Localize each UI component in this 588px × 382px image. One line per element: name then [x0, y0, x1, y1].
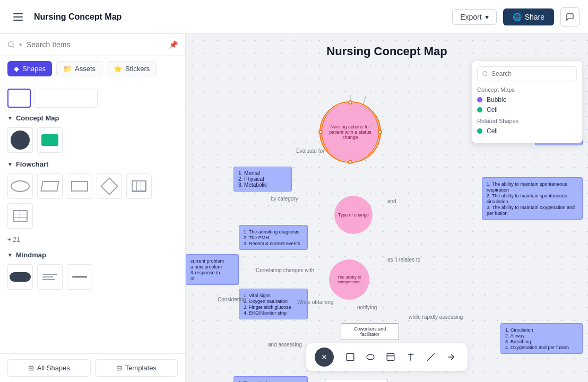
- svg-point-3: [8, 42, 13, 47]
- label-considering: Considering: [218, 297, 246, 302]
- toolbar-rect-tool[interactable]: [342, 349, 358, 365]
- section-concept-map[interactable]: ▼ Concept Map: [7, 114, 178, 122]
- label-evaluate-for: Evaluate for: [296, 148, 324, 154]
- toolbar-line-tool[interactable]: [423, 349, 439, 365]
- header: Nursing Concept Map Export ▾ 🌐 Share: [0, 0, 588, 34]
- comment-button[interactable]: [560, 7, 580, 27]
- node-report[interactable]: A report for the physician: [325, 379, 387, 382]
- shape-bubble[interactable]: [7, 127, 33, 153]
- svg-line-14: [427, 353, 435, 361]
- popup-search-area: [477, 66, 577, 81]
- tab-assets[interactable]: 📁 Assets: [56, 61, 102, 76]
- all-shapes-icon: ⊞: [28, 364, 34, 372]
- node-circulation[interactable]: 1. Circulation 2. Airway 3. Breathing 4.…: [500, 323, 583, 354]
- popup-search-input[interactable]: [491, 70, 572, 77]
- shape-cell[interactable]: [37, 127, 63, 153]
- sidebar-search-area: ▾ 📌: [0, 34, 185, 56]
- label-notifying: notifying: [357, 305, 377, 310]
- toolbar-close-button[interactable]: ×: [315, 348, 334, 367]
- canvas-area: Nursing Concept Map Nursing actions for …: [186, 34, 588, 382]
- node-main-action[interactable]: Nursing actions for patient with a statu…: [321, 103, 379, 161]
- sidebar: ▾ 📌 ◆ Shapes 📁 Assets ⭐ Stickers: [0, 34, 186, 382]
- flowchart-shapes: [7, 173, 178, 229]
- related-shapes-label: Related Shapes: [477, 118, 577, 124]
- templates-button[interactable]: ⊟ Templates: [95, 359, 178, 377]
- svg-rect-8: [347, 353, 354, 361]
- toolbar-note-tool[interactable]: [383, 349, 399, 365]
- toolbar-arrow-tool[interactable]: [443, 349, 459, 365]
- popup-item-cell-related[interactable]: Cell: [477, 127, 577, 135]
- sidebar-tabs: ◆ Shapes 📁 Assets ⭐ Stickers: [0, 56, 185, 82]
- node-ability[interactable]: The ability to compensate: [329, 259, 369, 300]
- svg-rect-0: [13, 13, 23, 14]
- canvas-search-popup: Concept Maps Bubble Cell Related Shapes …: [471, 60, 583, 143]
- shape-selector-right[interactable]: [34, 89, 98, 108]
- node-coworkers[interactable]: Coworkers and facilitator: [341, 323, 399, 340]
- node-patient-list[interactable]: 1. The patient 2. Laboratory result 3. D…: [234, 376, 308, 382]
- shape-diamond[interactable]: [97, 173, 122, 199]
- search-input[interactable]: [27, 40, 165, 49]
- label-by-category: by category: [271, 196, 298, 202]
- bottom-toolbar: ×: [306, 343, 468, 371]
- shape-ellipse[interactable]: [7, 173, 33, 199]
- shape-selector-left[interactable]: [7, 89, 31, 108]
- canvas-title: Nursing Concept Map: [186, 45, 588, 58]
- label-and: and: [387, 198, 396, 204]
- shape-rectangle[interactable]: [67, 173, 92, 199]
- shape-grid[interactable]: [126, 173, 152, 199]
- shape-parallelogram[interactable]: [37, 173, 63, 199]
- concept-map-shapes: [7, 127, 178, 153]
- node-problem[interactable]: current problem a new problem & response…: [186, 254, 239, 285]
- label-and-assessing: and assessing: [268, 342, 302, 348]
- main-layout: ▾ 📌 ◆ Shapes 📁 Assets ⭐ Stickers: [0, 34, 588, 382]
- label-as-it-relates: as it relates to: [387, 257, 420, 263]
- pin-icon[interactable]: 📌: [169, 40, 178, 49]
- label-correlating: Correlating changes with: [256, 267, 314, 273]
- export-button[interactable]: Export ▾: [452, 9, 496, 25]
- sidebar-bottom-buttons: ⊞ All Shapes ⊟ Templates: [0, 353, 185, 382]
- section-flowchart[interactable]: ▼ Flowchart: [7, 160, 178, 168]
- concept-maps-label: Concept Maps: [477, 86, 577, 93]
- shape-mindmap-pill[interactable]: [7, 264, 33, 290]
- svg-rect-2: [13, 20, 23, 21]
- sidebar-content: ▼ Concept Map ▼ Flowchart: [0, 82, 185, 353]
- label-while-obtaining: While obtaining: [297, 299, 333, 305]
- node-respiratory[interactable]: 1. The ability to maintain spontaneous r…: [482, 177, 583, 220]
- popup-search-icon: [482, 71, 488, 77]
- tab-stickers[interactable]: ⭐ Stickers: [107, 61, 157, 76]
- shape-mindmap-dash[interactable]: [67, 264, 92, 290]
- popup-item-cell-concept[interactable]: Cell: [477, 106, 577, 114]
- all-shapes-button[interactable]: ⊞ All Shapes: [7, 359, 91, 377]
- popup-item-bubble[interactable]: Bubble: [477, 96, 577, 103]
- node-type-change[interactable]: Type of change: [334, 196, 373, 234]
- search-icon: [7, 41, 15, 48]
- node-admitting[interactable]: 1. The admitting diagnosis 2. The PMH 3.…: [239, 225, 308, 250]
- share-button[interactable]: 🌐 Share: [503, 8, 554, 25]
- more-shapes-count[interactable]: + 21: [7, 236, 178, 244]
- shape-mindmap-lines[interactable]: [37, 264, 63, 290]
- svg-point-7: [483, 72, 487, 76]
- toolbar-rounded-rect-tool[interactable]: [362, 349, 378, 365]
- document-title: Nursing Concept Map: [34, 12, 122, 22]
- mindmap-shapes: [7, 264, 178, 290]
- svg-rect-1: [13, 16, 23, 18]
- menu-button[interactable]: [8, 7, 28, 27]
- tab-shapes[interactable]: ◆ Shapes: [7, 61, 52, 76]
- svg-rect-10: [387, 353, 394, 361]
- toolbar-text-tool[interactable]: [403, 349, 419, 365]
- templates-icon: ⊟: [116, 364, 122, 372]
- node-mental[interactable]: 1. Mental 2. Physical 3. Metabolic: [234, 167, 292, 192]
- label-while-rapidly: while rapidly assessing: [409, 314, 463, 320]
- shape-table[interactable]: [7, 203, 33, 229]
- section-mindmap[interactable]: ▼ Mindmap: [7, 251, 178, 259]
- svg-rect-9: [367, 355, 374, 360]
